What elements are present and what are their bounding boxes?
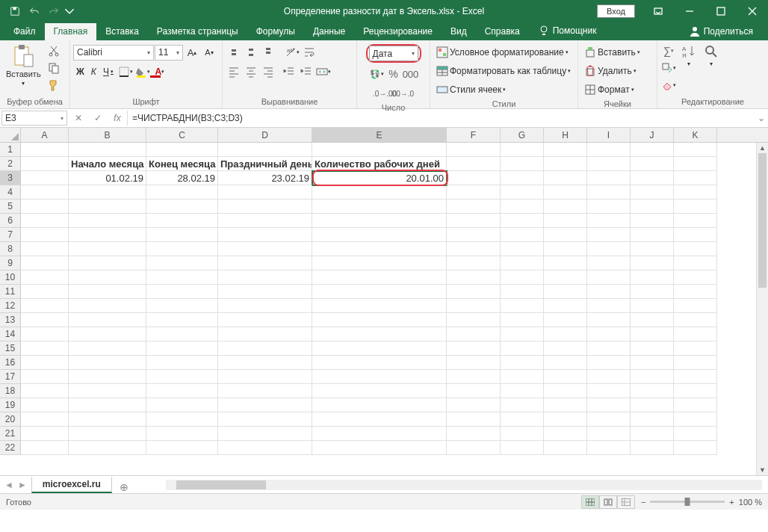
cell[interactable] [447, 398, 501, 412]
cell[interactable] [544, 427, 587, 441]
column-header[interactable]: I [587, 128, 631, 143]
cell[interactable]: 01.02.19 [69, 171, 146, 185]
cell[interactable] [501, 427, 544, 441]
font-size-combo[interactable]: 11▾ [155, 45, 183, 61]
cell[interactable] [146, 256, 218, 270]
cell[interactable] [21, 441, 69, 455]
cell[interactable] [587, 270, 631, 285]
cell[interactable] [69, 356, 146, 370]
column-header[interactable]: K [674, 128, 717, 143]
cell[interactable] [631, 200, 674, 214]
cell[interactable] [312, 214, 447, 228]
cell[interactable] [631, 214, 674, 228]
underline-button[interactable]: Ч ▾ [100, 64, 117, 80]
cell[interactable] [631, 327, 674, 341]
enter-formula-icon[interactable]: ✓ [88, 111, 108, 126]
cell[interactable] [674, 256, 717, 270]
row-header[interactable]: 10 [0, 270, 21, 285]
cell[interactable] [21, 200, 69, 214]
cell[interactable] [146, 370, 218, 384]
cell[interactable] [587, 143, 631, 157]
cell[interactable] [587, 341, 631, 356]
row-header[interactable]: 18 [0, 384, 21, 398]
tab-insert[interactable]: Вставка [96, 23, 148, 40]
cell[interactable] [631, 256, 674, 270]
cell[interactable] [587, 228, 631, 242]
cell[interactable] [312, 398, 447, 412]
ribbon-options-icon[interactable] [642, 0, 674, 22]
row-header[interactable]: 15 [0, 341, 21, 356]
format-painter-icon[interactable] [46, 77, 62, 93]
minimize-icon[interactable] [674, 0, 705, 22]
select-all-corner[interactable] [0, 128, 21, 143]
cell[interactable] [146, 398, 218, 412]
row-header[interactable]: 16 [0, 356, 21, 370]
cell[interactable] [69, 384, 146, 398]
cell[interactable] [218, 285, 312, 299]
cell[interactable] [501, 398, 544, 412]
shrink-font-icon[interactable]: A▾ [201, 44, 217, 61]
sheet-next-icon[interactable]: ► [18, 480, 27, 490]
cell[interactable] [447, 157, 501, 171]
cell[interactable] [544, 441, 587, 455]
cell[interactable] [501, 270, 544, 285]
cell[interactable] [146, 185, 218, 200]
cell[interactable] [501, 171, 544, 185]
row-header[interactable]: 3 [0, 171, 21, 185]
cell[interactable] [544, 270, 587, 285]
cell[interactable] [21, 270, 69, 285]
cell[interactable] [312, 185, 447, 200]
cell[interactable] [544, 228, 587, 242]
cell[interactable] [218, 242, 312, 256]
cell[interactable] [69, 185, 146, 200]
cell[interactable] [501, 313, 544, 327]
align-bottom-icon[interactable] [260, 44, 276, 61]
cell[interactable] [312, 313, 447, 327]
cell[interactable] [312, 270, 447, 285]
cell[interactable] [69, 313, 146, 327]
vertical-scrollbar[interactable]: ▲ ▼ [756, 143, 768, 475]
cell[interactable] [587, 299, 631, 313]
copy-icon[interactable] [46, 60, 62, 76]
column-header[interactable]: G [501, 128, 544, 143]
cell[interactable] [447, 185, 501, 200]
cell[interactable] [631, 242, 674, 256]
cell[interactable] [146, 313, 218, 327]
column-header[interactable]: A [21, 128, 69, 143]
cell[interactable] [501, 356, 544, 370]
cell[interactable] [501, 143, 544, 157]
row-header[interactable]: 5 [0, 200, 21, 214]
tab-page-layout[interactable]: Разметка страницы [148, 23, 247, 40]
cell[interactable] [312, 356, 447, 370]
cell[interactable] [631, 356, 674, 370]
undo-icon[interactable] [25, 2, 43, 20]
cell[interactable] [544, 185, 587, 200]
comma-icon[interactable]: 000 [403, 66, 419, 82]
cell[interactable] [146, 412, 218, 427]
cell[interactable] [501, 370, 544, 384]
merge-cells-icon[interactable]: ▾ [315, 64, 332, 80]
align-right-icon[interactable] [260, 64, 276, 80]
tab-home[interactable]: Главная [45, 23, 97, 40]
column-header[interactable]: B [69, 128, 146, 143]
row-header[interactable]: 12 [0, 299, 21, 313]
cell[interactable] [587, 313, 631, 327]
sheet-prev-icon[interactable]: ◄ [4, 480, 13, 490]
cell[interactable] [501, 412, 544, 427]
cell[interactable] [21, 228, 69, 242]
row-header[interactable]: 1 [0, 143, 21, 157]
align-top-icon[interactable] [226, 44, 242, 61]
font-color-icon[interactable]: A▾ [152, 64, 168, 80]
fx-icon[interactable]: fx [108, 111, 127, 126]
cell[interactable] [146, 356, 218, 370]
increase-indent-icon[interactable] [298, 64, 315, 80]
share-button[interactable]: Поделиться [681, 22, 761, 40]
cell[interactable] [447, 412, 501, 427]
cell-styles-button[interactable]: Стили ячеек▾ [433, 81, 509, 98]
cell[interactable] [218, 384, 312, 398]
row-header[interactable]: 9 [0, 256, 21, 270]
qat-dropdown-icon[interactable] [64, 2, 75, 20]
cell[interactable] [312, 143, 447, 157]
align-middle-icon[interactable] [243, 44, 259, 61]
cell[interactable] [218, 299, 312, 313]
